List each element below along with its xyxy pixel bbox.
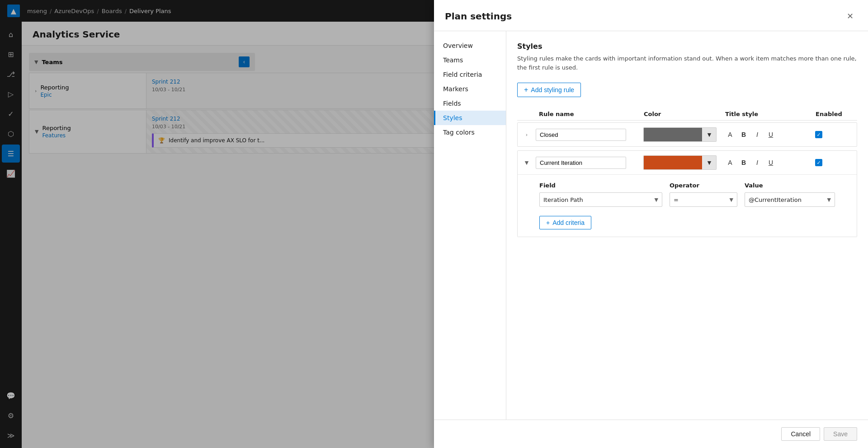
style-italic-button-closed[interactable]: I [752,129,763,140]
operator-select-value: = [674,196,679,203]
style-row-closed-header[interactable]: › ▼ A B I U ✓ [518,123,857,146]
criteria-row: Iteration Path ▼ = ▼ @CurrentIteration ▼ [539,192,835,207]
color-dropdown-current-iteration-button[interactable]: ▼ [702,155,717,170]
style-italic-button-ci[interactable]: I [752,157,763,168]
modal-body: Overview Teams Field criteria Markers Fi… [434,31,868,420]
add-criteria-plus-icon: + [546,219,550,226]
nav-item-tag-colors[interactable]: Tag colors [434,125,506,140]
criteria-operator-header: Operator [670,182,737,189]
content-title: Styles [517,42,857,51]
add-criteria-button[interactable]: + Add criteria [539,216,591,229]
expand-current-iteration-icon[interactable]: ▼ [518,160,536,166]
modal-footer: Cancel Save [434,420,868,448]
col-header-color: Color [640,111,722,117]
value-select-caret-icon: ▼ [827,197,831,203]
style-row-current-iteration-header[interactable]: ▼ ▼ A B I U ✓ [518,151,857,174]
modal-content-area: Styles Styling rules make the cards with… [506,31,868,420]
nav-item-markers[interactable]: Markers [434,82,506,96]
add-rule-label: Add styling rule [531,86,574,93]
title-style-controls-closed: A B I U [721,129,811,140]
modal-title: Plan settings [445,11,512,22]
col-header-rule-name: Rule name [535,111,640,117]
add-criteria-label: Add criteria [552,219,585,226]
nav-item-field-criteria[interactable]: Field criteria [434,67,506,82]
criteria-value-header: Value [745,182,835,189]
style-bold-button-ci[interactable]: B [738,157,749,168]
color-dropdown-closed-button[interactable]: ▼ [702,127,717,142]
plus-icon: + [524,86,528,94]
field-select-value: Iteration Path [543,196,583,203]
criteria-grid-header: Field Operator Value [539,182,835,189]
expand-closed-icon[interactable]: › [518,132,536,138]
color-swatch-current-iteration-preview[interactable] [643,155,702,170]
criteria-field-header: Field [539,182,662,189]
close-button[interactable]: ✕ [843,9,857,23]
field-select[interactable]: Iteration Path ▼ [539,192,662,207]
style-a-button-ci[interactable]: A [725,157,736,168]
nav-item-styles[interactable]: Styles [434,111,506,125]
nav-item-teams[interactable]: Teams [434,53,506,67]
style-underline-button-closed[interactable]: U [765,129,776,140]
value-select[interactable]: @CurrentIteration ▼ [745,192,835,207]
save-button[interactable]: Save [824,427,857,441]
style-bold-button-closed[interactable]: B [738,129,749,140]
col-header-expand [517,111,535,117]
title-style-controls-current-iteration: A B I U [721,157,811,168]
enabled-checkbox-ci[interactable]: ✓ [815,159,822,166]
nav-item-overview[interactable]: Overview [434,38,506,53]
operator-select[interactable]: = ▼ [670,192,737,207]
operator-select-caret-icon: ▼ [730,197,733,203]
criteria-area: Field Operator Value Iteration Path ▼ = … [518,174,857,237]
style-row-closed: › ▼ A B I U ✓ [517,122,857,147]
color-swatch-closed: ▼ [640,127,721,142]
cancel-button[interactable]: Cancel [781,427,820,441]
color-swatch-current-iteration: ▼ [640,155,721,170]
enabled-cell-ci: ✓ [811,159,857,166]
field-select-caret-icon: ▼ [655,197,658,203]
nav-item-fields[interactable]: Fields [434,96,506,111]
enabled-checkbox-closed[interactable]: ✓ [815,131,822,138]
color-swatch-closed-preview[interactable] [643,127,702,142]
col-header-title-style: Title style [722,111,812,117]
style-row-current-iteration: ▼ ▼ A B I U ✓ [517,150,857,237]
add-styling-rule-button[interactable]: + Add styling rule [517,83,581,97]
modal-sidebar: Overview Teams Field criteria Markers Fi… [434,31,506,420]
styles-table-header: Rule name Color Title style Enabled [517,108,857,121]
content-description: Styling rules make the cards with import… [517,54,857,72]
value-select-value: @CurrentIteration [749,196,802,203]
plan-settings-modal: Plan settings ✕ Overview Teams Field cri… [434,0,868,448]
enabled-cell-closed: ✓ [811,131,857,138]
col-header-enabled: Enabled [812,111,857,117]
modal-header: Plan settings ✕ [434,0,868,31]
style-underline-button-ci[interactable]: U [765,157,776,168]
rule-name-input-closed[interactable] [536,129,626,141]
style-a-button-closed[interactable]: A [725,129,736,140]
rule-name-input-current-iteration[interactable] [536,157,626,169]
